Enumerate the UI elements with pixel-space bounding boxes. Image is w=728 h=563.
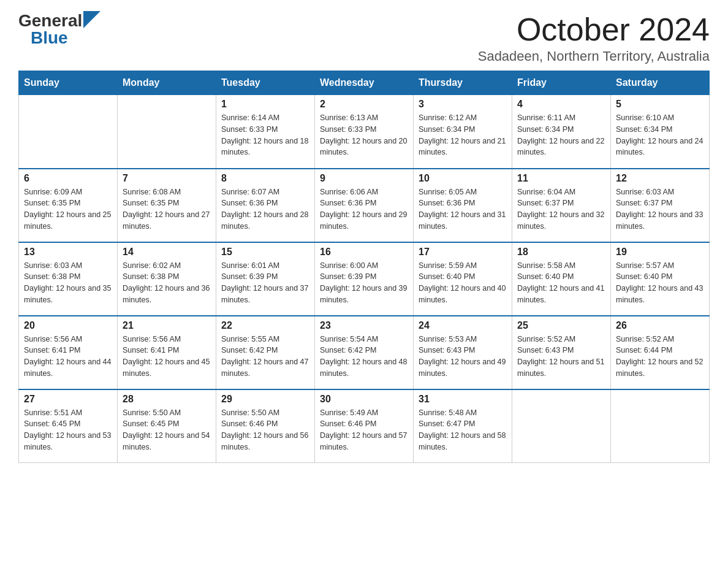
calendar-cell: 18Sunrise: 5:58 AM Sunset: 6:40 PM Dayli… [512,242,611,316]
logo-general-text: General [18,12,82,29]
day-info: Sunrise: 6:08 AM Sunset: 6:35 PM Dayligh… [123,186,211,232]
calendar-cell: 29Sunrise: 5:50 AM Sunset: 6:46 PM Dayli… [216,389,315,463]
weekday-header-thursday: Thursday [414,71,512,95]
calendar-cell: 28Sunrise: 5:50 AM Sunset: 6:45 PM Dayli… [118,389,216,463]
day-number: 21 [123,320,211,331]
calendar-cell: 24Sunrise: 5:53 AM Sunset: 6:43 PM Dayli… [414,316,512,389]
calendar-cell: 27Sunrise: 5:51 AM Sunset: 6:45 PM Dayli… [19,389,118,463]
day-number: 24 [419,320,507,331]
day-info: Sunrise: 5:52 AM Sunset: 6:43 PM Dayligh… [517,334,605,380]
day-info: Sunrise: 6:09 AM Sunset: 6:35 PM Dayligh… [24,186,112,232]
day-number: 5 [616,99,704,110]
day-number: 8 [221,173,309,184]
calendar-cell: 9Sunrise: 6:06 AM Sunset: 6:36 PM Daylig… [315,169,414,242]
calendar-cell: 20Sunrise: 5:56 AM Sunset: 6:41 PM Dayli… [19,316,118,389]
day-info: Sunrise: 6:12 AM Sunset: 6:34 PM Dayligh… [419,112,507,158]
calendar-cell: 2Sunrise: 6:13 AM Sunset: 6:33 PM Daylig… [315,95,414,169]
day-info: Sunrise: 5:48 AM Sunset: 6:47 PM Dayligh… [419,407,507,453]
day-info: Sunrise: 5:56 AM Sunset: 6:41 PM Dayligh… [123,334,211,380]
day-info: Sunrise: 6:05 AM Sunset: 6:36 PM Dayligh… [419,186,507,232]
calendar-cell: 7Sunrise: 6:08 AM Sunset: 6:35 PM Daylig… [118,169,216,242]
calendar-header: SundayMondayTuesdayWednesdayThursdayFrid… [19,71,710,95]
week-row-3: 13Sunrise: 6:03 AM Sunset: 6:38 PM Dayli… [19,242,710,316]
calendar-body: 1Sunrise: 6:14 AM Sunset: 6:33 PM Daylig… [19,95,710,463]
weekday-header-friday: Friday [512,71,611,95]
calendar-cell: 1Sunrise: 6:14 AM Sunset: 6:33 PM Daylig… [216,95,315,169]
day-info: Sunrise: 5:49 AM Sunset: 6:46 PM Dayligh… [320,407,408,453]
calendar-cell: 15Sunrise: 6:01 AM Sunset: 6:39 PM Dayli… [216,242,315,316]
calendar-table: SundayMondayTuesdayWednesdayThursdayFrid… [18,71,710,463]
day-number: 11 [517,173,605,184]
calendar-cell: 21Sunrise: 5:56 AM Sunset: 6:41 PM Dayli… [118,316,216,389]
calendar-cell: 4Sunrise: 6:11 AM Sunset: 6:34 PM Daylig… [512,95,611,169]
calendar-cell: 31Sunrise: 5:48 AM Sunset: 6:47 PM Dayli… [414,389,512,463]
calendar-cell: 23Sunrise: 5:54 AM Sunset: 6:42 PM Dayli… [315,316,414,389]
calendar-cell: 11Sunrise: 6:04 AM Sunset: 6:37 PM Dayli… [512,169,611,242]
day-number: 29 [221,394,309,405]
calendar-cell: 8Sunrise: 6:07 AM Sunset: 6:36 PM Daylig… [216,169,315,242]
day-info: Sunrise: 6:02 AM Sunset: 6:38 PM Dayligh… [123,260,211,306]
weekday-header-sunday: Sunday [19,71,118,95]
month-title: October 2024 [478,12,710,47]
calendar-cell: 10Sunrise: 6:05 AM Sunset: 6:36 PM Dayli… [414,169,512,242]
day-number: 6 [24,173,112,184]
day-number: 25 [517,320,605,331]
calendar-cell [118,95,216,169]
calendar-cell: 25Sunrise: 5:52 AM Sunset: 6:43 PM Dayli… [512,316,611,389]
calendar-cell: 16Sunrise: 6:00 AM Sunset: 6:39 PM Dayli… [315,242,414,316]
title-block: October 2024 Sadadeen, Northern Territor… [478,12,710,64]
day-number: 1 [221,99,309,110]
calendar-cell [611,389,710,463]
day-info: Sunrise: 6:13 AM Sunset: 6:33 PM Dayligh… [320,112,408,158]
day-info: Sunrise: 5:55 AM Sunset: 6:42 PM Dayligh… [221,334,309,380]
logo-blue-text: Blue [31,29,68,47]
calendar-cell: 5Sunrise: 6:10 AM Sunset: 6:34 PM Daylig… [611,95,710,169]
calendar-cell: 6Sunrise: 6:09 AM Sunset: 6:35 PM Daylig… [19,169,118,242]
week-row-2: 6Sunrise: 6:09 AM Sunset: 6:35 PM Daylig… [19,169,710,242]
day-info: Sunrise: 6:07 AM Sunset: 6:36 PM Dayligh… [221,186,309,232]
day-info: Sunrise: 6:03 AM Sunset: 6:38 PM Dayligh… [24,260,112,306]
day-number: 26 [616,320,704,331]
day-info: Sunrise: 6:14 AM Sunset: 6:33 PM Dayligh… [221,112,309,158]
day-info: Sunrise: 6:03 AM Sunset: 6:37 PM Dayligh… [616,186,704,232]
day-number: 7 [123,173,211,184]
calendar-cell: 26Sunrise: 5:52 AM Sunset: 6:44 PM Dayli… [611,316,710,389]
week-row-1: 1Sunrise: 6:14 AM Sunset: 6:33 PM Daylig… [19,95,710,169]
day-info: Sunrise: 6:00 AM Sunset: 6:39 PM Dayligh… [320,260,408,306]
calendar-cell: 19Sunrise: 5:57 AM Sunset: 6:40 PM Dayli… [611,242,710,316]
day-number: 28 [123,394,211,405]
day-info: Sunrise: 6:06 AM Sunset: 6:36 PM Dayligh… [320,186,408,232]
day-number: 2 [320,99,408,110]
weekday-header-monday: Monday [118,71,216,95]
calendar-cell: 12Sunrise: 6:03 AM Sunset: 6:37 PM Dayli… [611,169,710,242]
weekday-header-row: SundayMondayTuesdayWednesdayThursdayFrid… [19,71,710,95]
day-number: 15 [221,247,309,258]
day-info: Sunrise: 5:51 AM Sunset: 6:45 PM Dayligh… [24,407,112,453]
week-row-5: 27Sunrise: 5:51 AM Sunset: 6:45 PM Dayli… [19,389,710,463]
week-row-4: 20Sunrise: 5:56 AM Sunset: 6:41 PM Dayli… [19,316,710,389]
logo: General Blue [18,12,100,47]
calendar-cell: 13Sunrise: 6:03 AM Sunset: 6:38 PM Dayli… [19,242,118,316]
day-number: 16 [320,247,408,258]
day-info: Sunrise: 5:56 AM Sunset: 6:41 PM Dayligh… [24,334,112,380]
day-number: 13 [24,247,112,258]
calendar-cell: 3Sunrise: 6:12 AM Sunset: 6:34 PM Daylig… [414,95,512,169]
day-info: Sunrise: 5:54 AM Sunset: 6:42 PM Dayligh… [320,334,408,380]
day-info: Sunrise: 6:11 AM Sunset: 6:34 PM Dayligh… [517,112,605,158]
day-number: 3 [419,99,507,110]
day-info: Sunrise: 5:50 AM Sunset: 6:45 PM Dayligh… [123,407,211,453]
day-number: 23 [320,320,408,331]
location-title: Sadadeen, Northern Territory, Australia [478,48,710,64]
calendar-cell: 22Sunrise: 5:55 AM Sunset: 6:42 PM Dayli… [216,316,315,389]
calendar-cell: 17Sunrise: 5:59 AM Sunset: 6:40 PM Dayli… [414,242,512,316]
day-number: 9 [320,173,408,184]
day-info: Sunrise: 5:58 AM Sunset: 6:40 PM Dayligh… [517,260,605,306]
day-number: 22 [221,320,309,331]
day-number: 31 [419,394,507,405]
day-number: 17 [419,247,507,258]
calendar-cell: 30Sunrise: 5:49 AM Sunset: 6:46 PM Dayli… [315,389,414,463]
day-number: 14 [123,247,211,258]
weekday-header-tuesday: Tuesday [216,71,315,95]
day-number: 12 [616,173,704,184]
calendar-cell [19,95,118,169]
